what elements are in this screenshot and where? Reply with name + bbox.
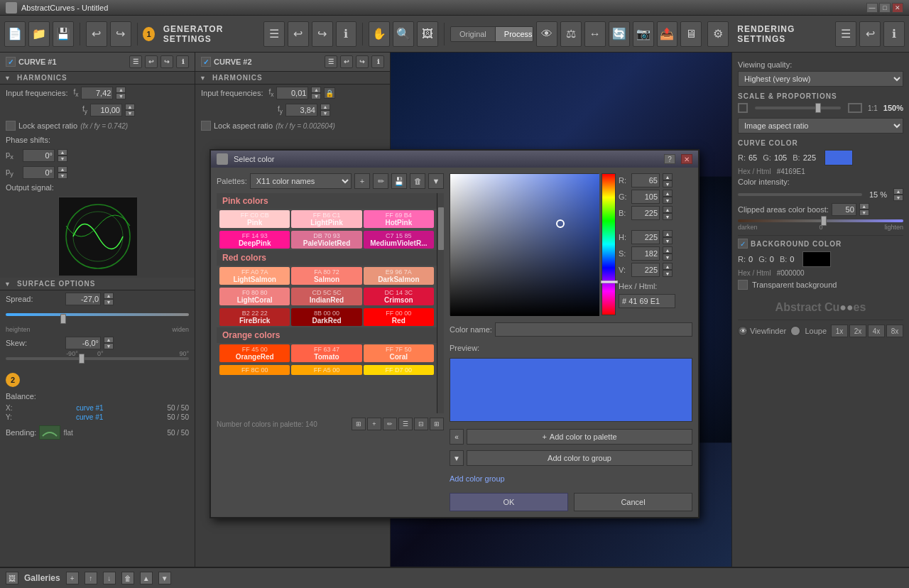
curve2-checkbox[interactable]: [201, 57, 211, 67]
color-HotPink[interactable]: FF 69 B4 HotPink: [364, 210, 434, 228]
gallery-import-btn[interactable]: ↓: [103, 572, 116, 584]
palette-footer-btn5[interactable]: ⊟: [414, 418, 428, 430]
boost-input[interactable]: [832, 203, 856, 216]
rgb-v-spinner[interactable]: ▲ ▼: [663, 263, 673, 277]
add-group-dropdown-btn[interactable]: ▼: [450, 450, 464, 466]
curve2-fwd[interactable]: ↪: [356, 55, 369, 68]
intensity-slider[interactable]: [738, 193, 862, 196]
compare-tool[interactable]: 👁: [536, 21, 557, 47]
rendering-back[interactable]: ↩: [859, 21, 881, 47]
rgb-h-input[interactable]: [631, 230, 660, 244]
color-DeepPink[interactable]: FF 14 93 DeepPink: [219, 231, 290, 249]
curve2-info[interactable]: ℹ: [371, 55, 384, 68]
boost-spinner[interactable]: ▲ ▼: [859, 203, 869, 216]
color-DarkRed[interactable]: 8B 00 00 DarkRed: [291, 308, 361, 326]
palette-select[interactable]: X11 color names: [250, 173, 352, 189]
bg-color-swatch[interactable]: [802, 251, 831, 267]
boost-slider[interactable]: [738, 219, 903, 222]
close-button[interactable]: ✕: [892, 3, 903, 13]
redo-button[interactable]: ↪: [110, 21, 131, 47]
dialog-cancel-btn[interactable]: Cancel: [574, 493, 692, 511]
color-Tomato[interactable]: FF 63 47 Tomato: [291, 344, 361, 362]
image-tool[interactable]: 🖼: [417, 21, 438, 47]
minimize-button[interactable]: —: [866, 3, 878, 13]
skew-spinner[interactable]: ▲ ▼: [104, 337, 114, 349]
curve1-px-input[interactable]: [23, 149, 55, 162]
curve1-fx-spinner[interactable]: ▲ ▼: [116, 87, 126, 99]
rgb-r-spinner[interactable]: ▲ ▼: [663, 173, 673, 187]
color-Gold[interactable]: FF D7 00: [364, 365, 434, 375]
compare4-tool[interactable]: 🔄: [609, 21, 630, 47]
dialog-help-btn[interactable]: ?: [664, 154, 675, 164]
skew-slider[interactable]: -90° 0° 90°: [6, 357, 189, 369]
color-PaleVioletRed[interactable]: DB 70 93 PaleVioletRed: [291, 231, 361, 249]
zoom-tool[interactable]: 🔍: [393, 21, 414, 47]
rendering-menu[interactable]: ☰: [835, 21, 856, 47]
add-color-group-btn[interactable]: Add color group: [450, 473, 692, 484]
rgb-g-input[interactable]: [631, 190, 660, 204]
zoom-1x-btn[interactable]: 1x: [831, 325, 848, 337]
curve1-py-input[interactable]: [23, 166, 55, 179]
colors-scroll[interactable]: Pink colors FF C0 CB Pink FF B6 C1 Light…: [217, 193, 437, 413]
export-tool[interactable]: 📤: [657, 21, 678, 47]
hex-input[interactable]: [619, 294, 675, 308]
bg-color-checkbox[interactable]: [738, 239, 748, 249]
color-Orange[interactable]: FF A5 00: [291, 365, 361, 375]
spread-spinner[interactable]: ▲ ▼: [104, 293, 114, 305]
quality-select[interactable]: Highest (very slow): [738, 71, 903, 87]
gallery-delete-btn[interactable]: 🗑: [121, 572, 134, 584]
palette-scrollbar[interactable]: [437, 193, 444, 413]
curve2-fx-spinner[interactable]: ▲ ▼: [311, 87, 321, 99]
curve1-checkbox[interactable]: [6, 57, 16, 67]
hue-slider[interactable]: [602, 173, 616, 315]
curve2-fx-input[interactable]: [276, 87, 308, 99]
tab-original[interactable]: Original: [451, 27, 496, 41]
dialog-close-btn[interactable]: ✕: [681, 154, 692, 164]
curve1-fy-input[interactable]: [90, 104, 122, 116]
compare2-tool[interactable]: ⚖: [560, 21, 582, 47]
rgb-h-spinner[interactable]: ▲ ▼: [663, 230, 673, 244]
rgb-b-spinner[interactable]: ▲ ▼: [663, 206, 673, 220]
rgb-b-input[interactable]: [631, 206, 660, 220]
palette-add-btn[interactable]: +: [354, 173, 370, 189]
curve2-fy-input[interactable]: [285, 104, 317, 116]
curve1-menu[interactable]: ☰: [129, 55, 142, 68]
color-MediumVioletRed[interactable]: C7 15 85 MediumVioletR...: [364, 231, 434, 249]
palette-footer-btn1[interactable]: ⊞: [352, 418, 366, 430]
gallery-add-btn[interactable]: +: [66, 572, 79, 584]
gen-settings-info[interactable]: ℹ: [336, 21, 357, 47]
gen-settings-back[interactable]: ↩: [288, 21, 309, 47]
palette-save-btn[interactable]: 💾: [391, 173, 407, 189]
curve1-info[interactable]: ℹ: [176, 55, 189, 68]
curve1-fy-spinner[interactable]: ▲ ▼: [125, 104, 135, 116]
palette-footer-btn4[interactable]: ☰: [398, 418, 413, 430]
add-to-palette-btn[interactable]: + Add color to palette: [467, 429, 692, 445]
photo-tool[interactable]: 📷: [633, 21, 654, 47]
spread-slider[interactable]: [6, 313, 189, 325]
rgb-r-input[interactable]: [631, 173, 660, 187]
add-palette-back-btn[interactable]: «: [450, 429, 464, 445]
curve1-fx-input[interactable]: [81, 87, 113, 99]
color-Coral[interactable]: FF 7F 50 Coral: [364, 344, 434, 362]
curve1-fwd[interactable]: ↪: [160, 55, 173, 68]
gallery-export-btn[interactable]: ↑: [85, 572, 97, 584]
skew-input[interactable]: [65, 337, 101, 349]
compare3-tool[interactable]: ↔: [584, 21, 606, 47]
tab-processed[interactable]: Processed: [496, 27, 533, 41]
curve1-back[interactable]: ↩: [145, 55, 158, 68]
palette-footer-btn2[interactable]: +: [367, 418, 381, 430]
gen-settings-fwd[interactable]: ↪: [312, 21, 333, 47]
color-Salmon[interactable]: FA 80 72 Salmon: [291, 267, 361, 285]
curve1-px-spinner[interactable]: ▲ ▼: [58, 149, 67, 162]
rgb-s-spinner[interactable]: ▲ ▼: [663, 246, 673, 261]
spread-input[interactable]: [65, 293, 101, 305]
zoom-4x-btn[interactable]: 4x: [868, 325, 885, 337]
transparent-checkbox[interactable]: [738, 280, 748, 290]
intensity-spinner[interactable]: ▲ ▼: [893, 188, 903, 201]
scale-slider-track[interactable]: [755, 107, 841, 109]
color-LightPink[interactable]: FF B6 C1 LightPink: [291, 210, 361, 228]
maximize-button[interactable]: □: [879, 3, 891, 13]
color-FireBrick[interactable]: B2 22 22 FireBrick: [219, 308, 290, 326]
color-OrangeRed[interactable]: FF 45 00 OrangeRed: [219, 344, 290, 362]
rgb-g-spinner[interactable]: ▲ ▼: [663, 190, 673, 204]
